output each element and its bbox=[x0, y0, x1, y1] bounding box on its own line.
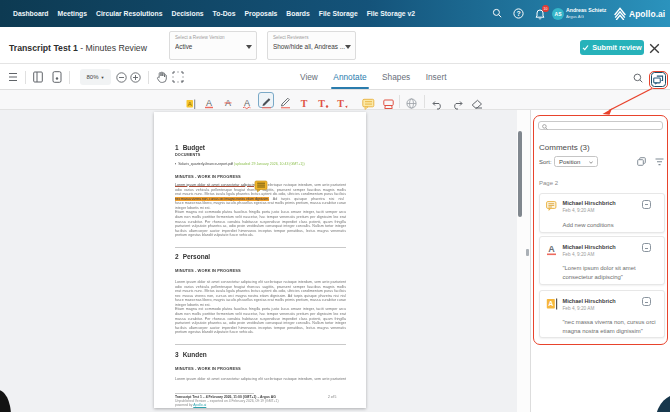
svg-text:T: T bbox=[301, 98, 308, 109]
svg-text:?: ? bbox=[516, 10, 520, 17]
svg-text:A: A bbox=[244, 98, 250, 108]
svg-text:T: T bbox=[318, 98, 325, 109]
svg-text:T: T bbox=[337, 98, 344, 109]
svg-text:A: A bbox=[206, 98, 212, 108]
svg-text:A: A bbox=[188, 101, 192, 107]
